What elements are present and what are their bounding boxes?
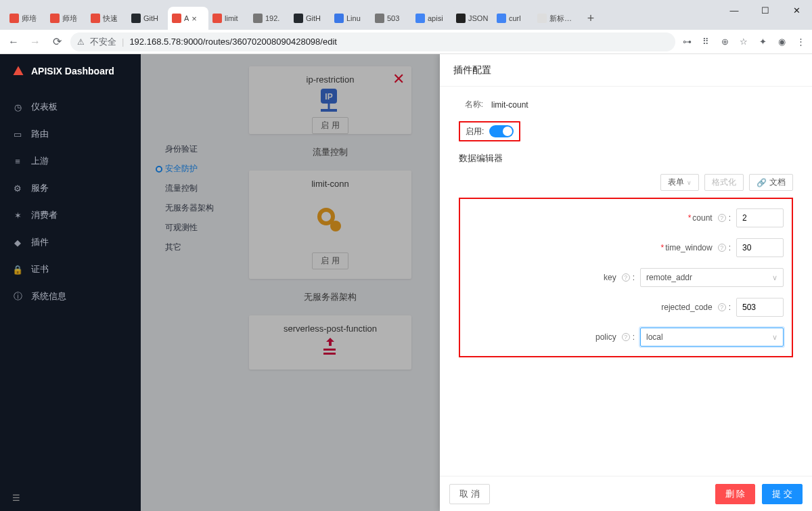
key-select[interactable]: remote_addr∨ [640,268,784,287]
count-input[interactable] [736,208,784,227]
brand[interactable]: APISIX Dashboard [0,54,141,88]
star-icon[interactable]: ☆ [738,36,750,48]
tab-label: 快速 [103,14,118,24]
submit-button[interactable]: 提 交 [762,484,803,504]
help-icon[interactable]: ? [718,244,726,252]
policy-select[interactable]: local∨ [640,328,784,347]
nav-reload-button[interactable]: ⟳ [49,34,65,50]
sidebar-collapse-button[interactable]: ☰ [0,484,141,511]
menu-item-icon: ⓘ [12,291,23,302]
profile-icon[interactable]: ◉ [775,36,788,48]
nav-forward-button[interactable]: → [27,34,43,50]
menu-item-icon: ◆ [12,237,23,248]
browser-tab[interactable]: 503 [371,7,411,30]
menu-item-label: 仪表板 [31,101,58,113]
browser-tab[interactable]: GitH [290,7,330,30]
menu-item-label: 路由 [31,128,49,140]
drawer-body: 名称: limit-count 启用: 数据编辑器 表单∨ 格式化 🔗文档 [440,87,812,476]
favicon-icon [456,14,466,23]
policy-label: policy [595,332,616,342]
browser-tab[interactable]: limit [208,7,249,30]
browser-tab[interactable]: GitH [127,7,168,30]
enable-switch[interactable] [489,125,514,137]
rejected-code-input[interactable] [736,298,784,317]
menu-item-icon: ✶ [12,210,23,221]
help-icon[interactable]: ? [622,333,630,341]
browser-tab[interactable]: 快速 [87,7,127,30]
tab-label: 503 [387,14,399,22]
favicon-icon [253,14,263,23]
sidebar-item[interactable]: ⚙服务 [0,175,141,202]
help-icon[interactable]: ? [718,214,726,222]
form-highlight-box: *count ?: *time_window ?: key ?: remote_… [459,198,793,357]
browser-tab[interactable]: A× [168,7,208,30]
menu-icon[interactable]: ⋮ [794,36,807,48]
favicon-icon [537,14,547,23]
sidebar-menu: ◷仪表板▭路由≡上游⚙服务✶消费者◆插件🔒证书ⓘ系统信息 [0,88,141,315]
window-maximize-button[interactable]: ☐ [750,0,781,20]
tab-label: 师培 [22,14,37,24]
browser-tab[interactable]: 师培 [46,7,87,30]
translate-icon[interactable]: ⠿ [700,36,712,48]
browser-tab[interactable]: Linu [330,7,371,30]
window-minimize-button[interactable]: — [719,0,750,20]
main-content: 身份验证安全防护流量控制无服务器架构可观测性其它 ip-restriction … [141,54,812,511]
tab-label: limit [225,14,238,22]
new-tab-button[interactable]: + [581,7,601,30]
browser-tab[interactable]: JSON [452,7,493,30]
window-controls: — ☐ ✕ [719,0,812,20]
menu-item-label: 系统信息 [31,290,66,303]
app-root: APISIX Dashboard ◷仪表板▭路由≡上游⚙服务✶消费者◆插件🔒证书… [0,54,812,511]
browser-tab[interactable]: 192. [249,7,290,30]
browser-tab[interactable]: 新标签页 [533,7,581,30]
sidebar-item[interactable]: ≡上游 [0,148,141,175]
url-text: 192.168.5.78:9000/routes/360702008090428… [129,37,337,47]
favicon-icon [294,14,303,23]
sidebar-item[interactable]: ◷仪表板 [0,93,141,120]
browser-address-bar: ← → ⟳ ⚠ 不安全 | 192.168.5.78:9000/routes/3… [0,30,812,54]
drawer-footer: 取 消 删 除 提 交 [440,476,812,511]
key-label: key [604,273,616,282]
format-button[interactable]: 格式化 [704,174,744,191]
tab-label: 新标签页 [549,14,577,24]
tab-label: GitH [143,14,158,22]
extension-icon[interactable]: ✦ [757,36,769,48]
sidebar-item[interactable]: 🔒证书 [0,256,141,283]
favicon-icon [9,14,19,23]
key-icon[interactable]: ⊶ [681,36,693,48]
sidebar-item[interactable]: ⓘ系统信息 [0,283,141,310]
tab-close-icon[interactable]: × [191,14,197,24]
menu-item-icon: ⚙ [12,183,23,194]
cancel-button[interactable]: 取 消 [449,484,490,504]
delete-button[interactable]: 删 除 [715,484,756,504]
browser-tab[interactable]: curl [493,7,533,30]
toolbar-right: ⊶ ⠿ ⊕ ☆ ✦ ◉ ⋮ [681,36,807,48]
help-icon[interactable]: ? [622,273,630,282]
browser-tab[interactable]: apisi [411,7,452,30]
brand-title: APISIX Dashboard [31,66,114,76]
nav-back-button[interactable]: ← [5,34,22,50]
drawer-title: 插件配置 [440,54,812,87]
address-input[interactable]: ⚠ 不安全 | 192.168.5.78:9000/routes/3607020… [70,32,675,51]
favicon-icon [334,14,344,23]
doc-button[interactable]: 🔗文档 [749,174,793,191]
tab-label: curl [509,14,521,22]
help-icon[interactable]: ? [718,303,726,311]
sidebar-item[interactable]: ▭路由 [0,120,141,148]
menu-item-icon: ◷ [12,102,23,112]
link-icon: 🔗 [757,178,767,187]
zoom-icon[interactable]: ⊕ [719,36,731,48]
menu-item-label: 服务 [31,182,49,194]
count-label: count [692,213,712,223]
view-form-button[interactable]: 表单∨ [660,174,699,191]
tab-label: JSON [468,14,488,22]
window-close-button[interactable]: ✕ [781,0,812,20]
time-window-input[interactable] [736,238,784,257]
sidebar-item[interactable]: ✶消费者 [0,202,141,229]
favicon-icon [212,14,222,23]
menu-item-label: 证书 [31,263,49,275]
tab-label: 192. [265,14,279,22]
browser-tab[interactable]: 师培 [5,7,46,30]
chevron-down-icon: ∨ [772,333,777,342]
sidebar-item[interactable]: ◆插件 [0,229,141,256]
